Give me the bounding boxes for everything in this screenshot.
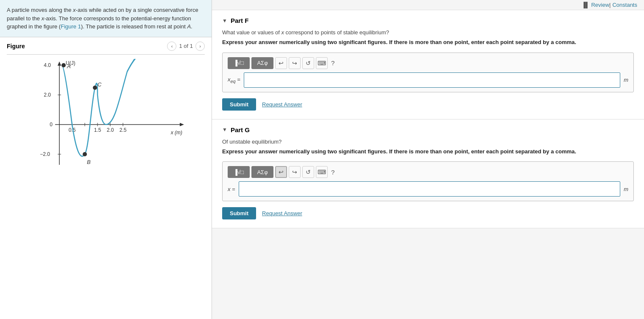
- point-c: [93, 86, 97, 90]
- separator: |: [609, 2, 611, 8]
- part-f-unit: m: [624, 77, 628, 83]
- figure-section: Figure ‹ 1 of 1 › 4.0: [0, 37, 212, 319]
- formula-icon-g: ▐: [234, 169, 237, 175]
- formula-icon: ▐: [234, 60, 237, 66]
- part-f-help-button[interactable]: ?: [329, 59, 336, 67]
- part-g-help-button[interactable]: ?: [329, 169, 336, 176]
- part-g-input-row: x = m: [228, 181, 628, 197]
- part-g-symbol-button[interactable]: ΑΣφ: [251, 166, 273, 178]
- svg-text:B: B: [87, 159, 91, 165]
- figure-nav: ‹ 1 of 1 ›: [167, 42, 205, 51]
- part-g-reset-button[interactable]: ↺: [302, 166, 314, 178]
- graph-svg: 4.0 2.0 0 −2.0 0.5 1.5: [25, 59, 187, 178]
- part-f-submit-button[interactable]: Submit: [222, 98, 256, 111]
- part-g-instruction: Express your answer numerically using tw…: [222, 147, 634, 156]
- part-g-redo-button[interactable]: ↪: [289, 166, 301, 178]
- part-f-toolbar: ▐ √□ ΑΣφ ↩ ↪ ↺ ⌨ ?: [228, 57, 628, 69]
- point-a: [61, 63, 66, 67]
- part-g-submit-button[interactable]: Submit: [222, 207, 256, 219]
- top-bar: ▐▌ Review | Constants: [212, 0, 644, 10]
- part-f-formula-button[interactable]: ▐ √□: [228, 57, 250, 69]
- part-f-label: Part F: [231, 17, 249, 24]
- part-g-action-row: Submit Request Answer: [222, 207, 634, 219]
- part-f-input-label: xeq =: [228, 76, 240, 84]
- part-f-section: ▼ Part F What value or values of x corre…: [212, 10, 644, 119]
- review-link[interactable]: Review: [591, 2, 609, 8]
- part-g-answer-box: ▐ √□ ΑΣφ ↩ ↪ ↺ ⌨ ? x = m: [222, 161, 634, 201]
- part-f-toggle[interactable]: ▼: [222, 18, 227, 24]
- svg-text:A: A: [67, 63, 71, 69]
- svg-text:1.5: 1.5: [94, 127, 101, 133]
- part-g-header: ▼ Part G: [222, 126, 634, 133]
- svg-marker-3: [180, 123, 184, 126]
- part-f-instruction: Express your answer numerically using tw…: [222, 38, 634, 47]
- part-f-redo-button[interactable]: ↪: [289, 57, 301, 69]
- problem-text-box: A particle moves along the x-axis while …: [0, 0, 212, 37]
- part-f-request-link[interactable]: Request Answer: [262, 101, 302, 108]
- part-g-request-link[interactable]: Request Answer: [262, 210, 302, 216]
- part-g-undo-button[interactable]: ↩: [275, 166, 287, 178]
- graph-curve: [62, 59, 157, 156]
- part-f-keyboard-button[interactable]: ⌨: [316, 57, 328, 69]
- part-f-reset-button[interactable]: ↺: [302, 57, 314, 69]
- figure-link[interactable]: Figure 1: [61, 23, 81, 30]
- part-g-keyboard-button[interactable]: ⌨: [316, 166, 328, 178]
- figure-header: Figure ‹ 1 of 1 ›: [7, 42, 205, 55]
- left-panel: A particle moves along the x-axis while …: [0, 0, 212, 319]
- svg-text:2.5: 2.5: [119, 127, 126, 133]
- part-g-toggle[interactable]: ▼: [222, 127, 227, 133]
- part-f-action-row: Submit Request Answer: [222, 98, 634, 111]
- review-icon: ▐▌: [582, 2, 589, 8]
- constants-link[interactable]: Constants: [612, 2, 637, 8]
- svg-text:0: 0: [50, 122, 53, 128]
- part-g-unit: m: [624, 186, 628, 192]
- part-f-undo-button[interactable]: ↩: [275, 57, 287, 69]
- part-f-answer-box: ▐ √□ ΑΣφ ↩ ↪ ↺ ⌨ ? xeq = m: [222, 53, 634, 92]
- svg-text:C: C: [98, 81, 102, 88]
- part-g-toolbar: ▐ √□ ΑΣφ ↩ ↪ ↺ ⌨ ?: [228, 166, 628, 178]
- svg-text:−2.0: −2.0: [40, 151, 50, 157]
- svg-text:2.0: 2.0: [106, 127, 114, 133]
- part-g-formula-button[interactable]: ▐ √□: [228, 166, 250, 178]
- right-panel: ▐▌ Review | Constants ▼ Part F What valu…: [212, 0, 644, 319]
- svg-text:2.0: 2.0: [44, 92, 51, 98]
- point-b: [83, 152, 87, 156]
- part-f-symbol-button[interactable]: ΑΣφ: [251, 57, 273, 69]
- part-g-label: Part G: [231, 126, 250, 133]
- figure-prev-button[interactable]: ‹: [167, 42, 176, 51]
- part-f-question: What value or values of x correspond to …: [222, 29, 634, 36]
- part-g-answer-input[interactable]: [239, 181, 620, 197]
- part-f-header: ▼ Part F: [222, 17, 634, 24]
- part-g-section: ▼ Part G Of unstable equilibrium? Expres…: [212, 119, 644, 229]
- svg-text:4.0: 4.0: [44, 62, 51, 68]
- figure-next-button[interactable]: ›: [195, 42, 205, 51]
- part-f-answer-input[interactable]: [244, 72, 620, 88]
- part-g-question: Of unstable equilibrium?: [222, 139, 634, 145]
- figure-title: Figure: [7, 43, 25, 50]
- part-f-input-row: xeq = m: [228, 72, 628, 88]
- figure-page-indicator: 1 of 1: [179, 43, 193, 49]
- part-g-input-label: x =: [228, 186, 235, 192]
- svg-text:x (m): x (m): [170, 130, 182, 136]
- graph-container: 4.0 2.0 0 −2.0 0.5 1.5: [7, 59, 205, 178]
